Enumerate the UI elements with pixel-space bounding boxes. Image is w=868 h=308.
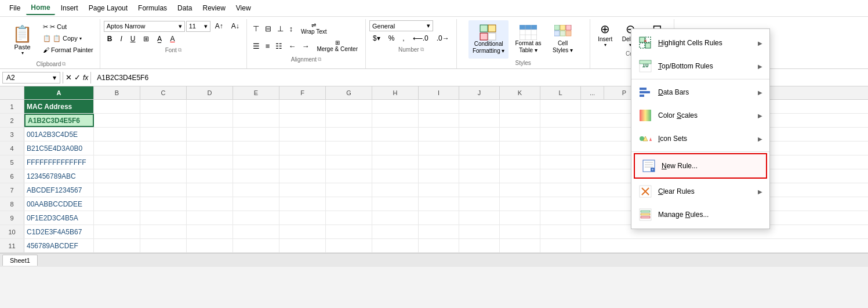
list-item[interactable]: A1B2C3D4E5F6 [24, 114, 94, 127]
list-item[interactable] [326, 114, 372, 127]
col-header-g[interactable]: G [326, 86, 372, 99]
list-item[interactable] [140, 155, 187, 169]
format-as-table-button[interactable]: Format asTable ▾ [511, 20, 545, 59]
col-header-k[interactable]: K [500, 86, 540, 99]
align-bottom-button[interactable]: ⊥ [275, 23, 286, 35]
list-item[interactable] [233, 197, 279, 211]
cell-styles-button[interactable]: CellStyles ▾ [548, 20, 578, 59]
font-grow-button[interactable]: A↑ [212, 20, 227, 32]
list-item[interactable] [187, 239, 233, 252]
row-header-7[interactable]: 7 [0, 183, 24, 197]
list-item[interactable] [140, 142, 187, 155]
list-item[interactable] [279, 169, 326, 183]
list-item[interactable] [459, 142, 500, 155]
list-item[interactable] [419, 114, 459, 127]
list-item[interactable] [279, 225, 326, 238]
text-direction-button[interactable]: ↕ [287, 23, 296, 35]
list-item[interactable] [140, 169, 187, 183]
paste-button[interactable]: 📋 Paste ▾ [6, 21, 39, 59]
list-item[interactable]: FFFFFFFFFFFFFF [24, 155, 94, 169]
list-item[interactable] [187, 155, 233, 169]
list-item[interactable] [459, 197, 500, 211]
list-item[interactable] [140, 197, 187, 211]
align-top-button[interactable]: ⊤ [250, 23, 262, 35]
row-header-6[interactable]: 6 [0, 169, 24, 183]
list-item[interactable] [459, 169, 500, 183]
list-item[interactable] [540, 197, 581, 211]
format-painter-button[interactable]: 🖌 Format Painter [40, 45, 96, 55]
fill-color-button[interactable]: A̲ [154, 33, 165, 45]
list-item[interactable] [500, 225, 540, 238]
list-item[interactable] [187, 225, 233, 238]
list-item[interactable] [233, 239, 279, 252]
list-item[interactable] [326, 142, 372, 155]
list-item[interactable] [233, 114, 279, 127]
list-item[interactable] [187, 114, 233, 127]
list-item[interactable] [540, 225, 581, 238]
list-item[interactable] [279, 197, 326, 211]
alignment-expand-icon[interactable]: ⧉ [318, 56, 321, 63]
col-header-j[interactable]: J [459, 86, 500, 99]
comma-button[interactable]: , [399, 32, 408, 44]
list-item[interactable] [94, 211, 140, 224]
top-bottom-item[interactable]: 10 Top/Bottom Rules ▶ [631, 55, 769, 78]
menu-formulas[interactable]: Formulas [133, 2, 172, 15]
font-size-dropdown[interactable]: 11 ▾ [186, 21, 210, 32]
list-item[interactable] [540, 183, 581, 197]
list-item[interactable] [419, 169, 459, 183]
list-item[interactable] [326, 239, 372, 252]
list-item[interactable] [372, 100, 419, 113]
align-right-button[interactable]: ☷ [273, 40, 285, 52]
confirm-formula-icon[interactable]: ✓ [74, 73, 81, 82]
list-item[interactable] [326, 183, 372, 197]
list-item[interactable] [540, 114, 581, 127]
font-color-button[interactable]: A [166, 33, 178, 45]
color-scales-item[interactable]: Color Scales ▶ [631, 104, 769, 127]
col-header-l[interactable]: L [540, 86, 581, 99]
conditional-formatting-button[interactable]: ConditionalFormatting ▾ [468, 20, 509, 59]
name-box[interactable]: A2 ▾ [2, 72, 60, 84]
list-item[interactable] [500, 169, 540, 183]
col-header-d[interactable]: D [187, 86, 233, 99]
font-name-dropdown[interactable]: Aptos Narrow ▾ [104, 21, 185, 32]
list-item[interactable] [372, 239, 419, 252]
bold-button[interactable]: B [104, 33, 116, 45]
list-item[interactable] [233, 183, 279, 197]
italic-button[interactable]: I [117, 33, 125, 45]
list-item[interactable] [540, 239, 581, 252]
list-item[interactable] [94, 239, 140, 252]
align-middle-button[interactable]: ⊟ [263, 23, 274, 35]
list-item[interactable] [140, 114, 187, 127]
list-item[interactable] [372, 197, 419, 211]
list-item[interactable] [233, 225, 279, 238]
list-item[interactable] [419, 211, 459, 224]
list-item[interactable] [94, 183, 140, 197]
list-item[interactable] [94, 128, 140, 141]
list-item[interactable] [419, 239, 459, 252]
list-item[interactable] [187, 128, 233, 141]
list-item[interactable] [94, 169, 140, 183]
list-item[interactable] [279, 128, 326, 141]
data-bars-item[interactable]: Data Bars ▶ [631, 81, 769, 104]
wrap-text-button[interactable]: ⇌ Wrap Text [296, 20, 331, 37]
list-item[interactable] [540, 128, 581, 141]
list-item[interactable]: 0F1E2D3C4B5A [24, 211, 94, 224]
list-item[interactable] [140, 128, 187, 141]
list-item[interactable] [279, 183, 326, 197]
row-header-10[interactable]: 10 [0, 225, 24, 238]
list-item[interactable]: 001A2B3C4D5E [24, 128, 94, 141]
number-format-dropdown[interactable]: General ▾ [369, 20, 433, 31]
list-item[interactable] [187, 197, 233, 211]
copy-button[interactable]: 📋 📋 Copy ▾ [40, 33, 96, 44]
list-item[interactable]: B21C5E4D3A0B0 [24, 142, 94, 155]
list-item[interactable] [419, 183, 459, 197]
list-item[interactable] [326, 128, 372, 141]
list-item[interactable] [419, 225, 459, 238]
col-header-b[interactable]: B [94, 86, 140, 99]
decrease-indent-button[interactable]: ← [286, 40, 298, 52]
list-item[interactable] [500, 100, 540, 113]
cancel-formula-icon[interactable]: ✕ [66, 73, 72, 82]
list-item[interactable] [233, 211, 279, 224]
list-item[interactable] [233, 169, 279, 183]
col-header-a[interactable]: A [24, 86, 94, 99]
